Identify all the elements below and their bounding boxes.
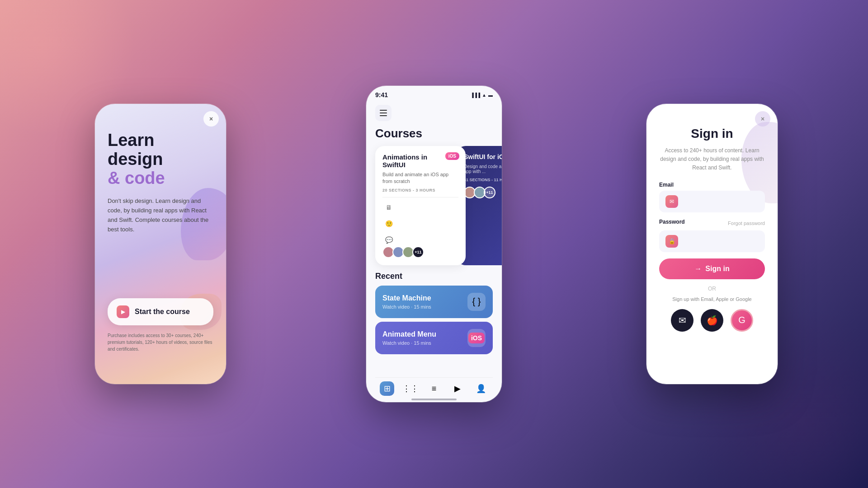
avatar-count: +11 [412, 246, 424, 258]
profile-nav-icon: 👤 [474, 381, 488, 396]
headline: Learn design & code [108, 131, 213, 188]
email-input-wrapper[interactable]: ✉ [659, 191, 765, 212]
avatars-row: +11 [382, 246, 458, 258]
video-icon: 🖥 [382, 201, 395, 214]
smiley-icon: 🙂 [382, 217, 395, 230]
wifi-icon: ▲ [482, 93, 486, 98]
forgot-password-link[interactable]: Forgot password [728, 221, 765, 226]
home-indicator [411, 399, 457, 400]
password-input-wrapper[interactable]: 🔒 [659, 230, 765, 252]
sign-in-subtitle: Access to 240+ hours of content. Learn d… [659, 146, 765, 173]
status-icons: ▐▐▐ ▲ ▬ [471, 93, 493, 98]
rc1-icon: { } [467, 293, 486, 311]
password-row: Password Forgot password [659, 219, 765, 228]
back-course-desc: Design and code a SwiftUI 3 app with ... [464, 164, 502, 174]
back-avatar-count: +11 [484, 187, 495, 198]
bottom-nav: ⊞ ⋮⋮ ≡ ▶ 👤 [375, 377, 493, 398]
sign-in-button[interactable]: → Sign in [659, 258, 765, 279]
password-label: Password [659, 219, 685, 225]
right-phone: × Sign in Access to 240+ hours of conten… [646, 104, 778, 384]
start-course-label: Start the course [135, 308, 190, 316]
menu-line-3 [380, 115, 387, 116]
status-bar: 9:41 ▐▐▐ ▲ ▬ [366, 86, 502, 101]
social-icons-row: ✉ 🍎 G [659, 309, 765, 332]
rc2-title: Animated Menu [382, 330, 436, 338]
email-social-button[interactable]: ✉ [671, 309, 693, 332]
back-course-meta: 61 SECTIONS - 11 HOURS [464, 178, 502, 182]
play-icon: ▶ [117, 305, 129, 318]
nav-play[interactable]: ▶ [450, 381, 465, 396]
nav-home[interactable]: ⊞ [380, 381, 394, 396]
course-desc: Build and animate an iOS app from scratc… [382, 171, 458, 185]
recent-section: Recent State Machine Watch video · 15 mi… [366, 265, 502, 361]
sign-in-title: Sign in [659, 127, 765, 141]
back-avatars-row: +11 [464, 187, 502, 198]
email-input[interactable] [683, 198, 759, 205]
apple-social-button[interactable]: 🍎 [701, 309, 723, 332]
sign-in-button-label: Sign in [705, 265, 729, 273]
email-icon: ✉ [665, 195, 678, 208]
right-close-button[interactable]: × [755, 111, 770, 127]
list-nav-icon: ≡ [427, 381, 441, 396]
nav-grid[interactable]: ⋮⋮ [403, 381, 418, 396]
rc2-icon: iOS [467, 329, 486, 347]
courses-title: Courses [366, 127, 502, 146]
menu-line-1 [380, 110, 387, 111]
arrow-icon: → [694, 265, 702, 273]
start-course-button[interactable]: ▶ Start the course [108, 298, 213, 325]
purchase-note: Purchase includes access to 30+ courses,… [108, 332, 213, 352]
home-nav-icon: ⊞ [380, 381, 394, 396]
recent-card-1[interactable]: State Machine Watch video · 15 mins { } [375, 286, 493, 318]
battery-icon: ▬ [488, 93, 493, 98]
divider [382, 197, 458, 197]
featured-course-card[interactable]: iOS Animations in SwiftUI Build and anim… [375, 146, 466, 265]
rc2-info: Animated Menu Watch video · 15 mins [382, 330, 436, 346]
subtext: Don't skip design. Learn design and code… [108, 197, 213, 234]
recent-card-2[interactable]: Animated Menu Watch video · 15 mins iOS [375, 322, 493, 354]
lock-icon: 🔒 [665, 235, 678, 248]
nav-profile[interactable]: 👤 [474, 381, 488, 396]
chat-icon: 💬 [382, 234, 395, 246]
courses-row: iOS Animations in SwiftUI Build and anim… [366, 146, 502, 265]
or-divider: OR [659, 286, 765, 292]
rc1-title: State Machine [382, 294, 431, 302]
middle-phone: 9:41 ▐▐▐ ▲ ▬ Courses iOS Animations in S… [366, 86, 502, 402]
status-time: 9:41 [375, 91, 388, 99]
password-input[interactable] [683, 238, 759, 244]
grid-nav-icon: ⋮⋮ [403, 381, 418, 396]
google-social-button[interactable]: G [731, 309, 753, 332]
menu-line-2 [380, 113, 387, 113]
course-meta: 20 SECTIONS - 3 HOURS [382, 188, 458, 192]
hamburger-button[interactable] [375, 105, 392, 121]
course-tag: iOS [445, 152, 459, 160]
rc1-info: State Machine Watch video · 15 mins [382, 294, 431, 310]
screens-container: × Learn design & code Don't skip design.… [0, 0, 868, 488]
left-close-button[interactable]: × [203, 111, 219, 127]
signal-icon: ▐▐▐ [471, 93, 480, 98]
middle-header [366, 101, 502, 127]
email-label: Email [659, 182, 765, 188]
play-nav-icon: ▶ [450, 381, 465, 396]
nav-list[interactable]: ≡ [427, 381, 441, 396]
rc2-meta: Watch video · 15 mins [382, 340, 436, 346]
recent-title: Recent [375, 272, 493, 281]
rc1-meta: Watch video · 15 mins [382, 304, 431, 310]
card-actions: 🖥 🙂 💬 [382, 201, 458, 246]
back-avatar-2 [474, 187, 486, 198]
sign-up-text: Sign up with Email, Apple or Google [659, 296, 765, 302]
sign-in-content: Sign in Access to 240+ hours of content.… [646, 104, 778, 332]
left-phone: × Learn design & code Don't skip design.… [95, 104, 226, 384]
back-course-title: SwiftUI for iOS 15 [464, 153, 502, 160]
